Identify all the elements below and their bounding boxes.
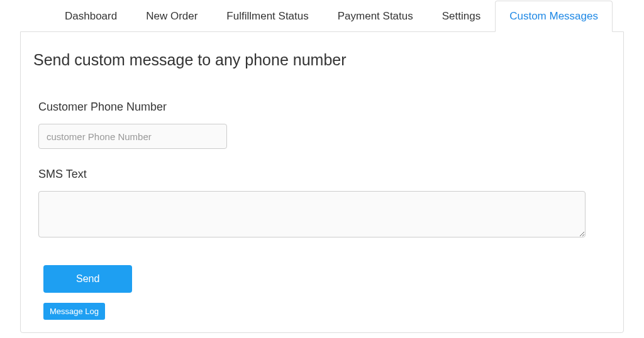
phone-field-group: Customer Phone Number: [33, 101, 611, 149]
tab-bar: Dashboard New Order Fulfillment Status P…: [50, 0, 624, 31]
sms-label: SMS Text: [38, 168, 611, 181]
phone-label: Customer Phone Number: [38, 101, 611, 114]
message-log-button[interactable]: Message Log: [43, 303, 105, 320]
tab-dashboard[interactable]: Dashboard: [50, 1, 131, 32]
phone-input[interactable]: [38, 124, 227, 149]
sms-field-group: SMS Text: [33, 168, 611, 240]
tab-custom-messages[interactable]: Custom Messages: [495, 1, 613, 32]
sms-textarea[interactable]: [38, 191, 586, 237]
send-button[interactable]: Send: [43, 265, 132, 293]
tab-settings[interactable]: Settings: [428, 1, 495, 32]
tab-payment-status[interactable]: Payment Status: [323, 1, 428, 32]
custom-message-panel: Send custom message to any phone number …: [20, 31, 624, 333]
button-area: Send Message Log: [33, 259, 611, 320]
tab-new-order[interactable]: New Order: [131, 1, 212, 32]
panel-title: Send custom message to any phone number: [33, 51, 611, 69]
tab-fulfillment-status[interactable]: Fulfillment Status: [212, 1, 323, 32]
